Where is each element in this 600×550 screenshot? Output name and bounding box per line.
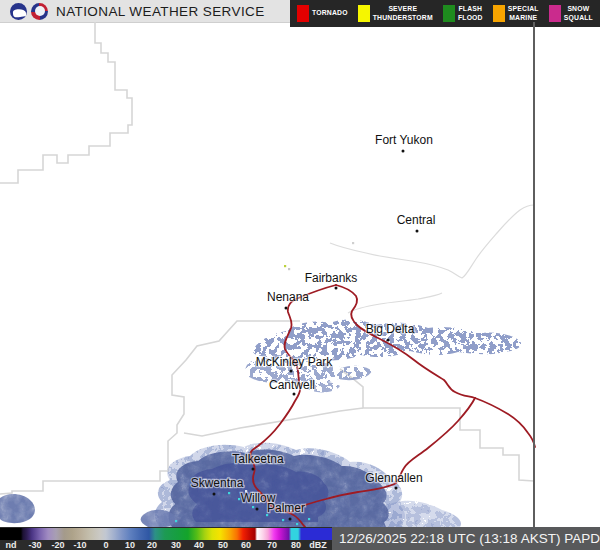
bottom-bar: nd-30-20-1001020304050607080dBZ 12/26/20… (0, 527, 600, 550)
city-dot (395, 487, 398, 490)
city-label: Fairbanks (305, 271, 358, 285)
noaa-logo-icon (10, 3, 27, 20)
radar-speck (228, 492, 230, 494)
zone-boundary (0, 22, 132, 183)
city-dot (335, 287, 338, 290)
radar-speck (296, 523, 298, 525)
highway-line (475, 398, 535, 447)
dbz-scale-label: 30 (171, 540, 181, 550)
legend-label: SNOW SQUALL (564, 5, 593, 21)
legend-swatch (297, 5, 309, 22)
legend-swatch (549, 5, 561, 22)
city-dot (293, 393, 296, 396)
city-dot (289, 518, 292, 521)
legend-label: SEVERE THUNDERSTORM (373, 5, 433, 21)
dbz-scale-label: nd (6, 540, 17, 550)
city-label: Nenana (267, 290, 309, 304)
city-label: Talkeetna (232, 452, 284, 466)
legend-item: SEVERE THUNDERSTORM (358, 5, 433, 22)
city-label: Palmer (267, 501, 305, 515)
legend-item: FLASH FLOOD (443, 5, 483, 22)
dbz-scale-label: 50 (218, 540, 228, 550)
nws-logo-icon (31, 3, 48, 20)
radar-echo-layer (0, 242, 521, 527)
radar-speck (284, 265, 286, 267)
legend-swatch (358, 5, 370, 22)
radar-speck (282, 519, 284, 521)
radar-speck (288, 268, 290, 270)
city-dot (387, 339, 390, 342)
dbz-scale-label: -30 (28, 540, 41, 550)
legend-swatch (493, 5, 505, 22)
dbz-scale-label: -20 (51, 540, 64, 550)
city-dot (252, 468, 255, 471)
city-dot (285, 307, 288, 310)
city-label: Glennallen (365, 471, 422, 485)
radar-speck (463, 345, 465, 347)
dbz-color-scale: nd-30-20-1001020304050607080dBZ (0, 527, 332, 550)
dbz-scale-label: 60 (241, 540, 251, 550)
radar-speck (252, 506, 254, 508)
city-dot (213, 493, 216, 496)
city-dot (416, 230, 419, 233)
logo-group (10, 3, 48, 20)
dbz-scale-label: -10 (73, 540, 86, 550)
city-dot (402, 150, 405, 153)
dbz-scale-label: 70 (267, 540, 277, 550)
legend-label: TORNADO (312, 9, 348, 17)
timestamp-bar: 12/26/2025 22:18 UTC (13:18 AKST) PAPD (332, 527, 600, 550)
city-label: McKinley Park (256, 355, 334, 369)
radar-map-canvas[interactable]: Fort YukonCentralFairbanksNenanaBig Delt… (0, 22, 600, 527)
city-label: Skwentna (191, 476, 244, 490)
radar-speck (308, 518, 310, 520)
radar-echo (380, 501, 461, 527)
dbz-scale-label: 20 (147, 540, 157, 550)
city-label: Fort Yukon (375, 133, 433, 147)
legend-item: SPECIAL MARINE (493, 5, 539, 22)
legend-label: SPECIAL MARINE (508, 5, 539, 21)
agency-title: NATIONAL WEATHER SERVICE (56, 4, 265, 19)
dbz-scale-label: 0 (103, 540, 108, 550)
legend-swatch (443, 5, 455, 22)
legend-item: TORNADO (297, 5, 348, 22)
dbz-scale-label: dBZ (309, 540, 327, 550)
city-dot (290, 370, 293, 373)
city-label: Big Delta (366, 322, 415, 336)
city-label: Central (397, 213, 436, 227)
legend-label: FLASH FLOOD (458, 5, 483, 21)
radar-speck (175, 520, 177, 522)
dbz-scale-label: 10 (125, 540, 135, 550)
dbz-scale-label: 80 (291, 540, 301, 550)
river-line (348, 293, 442, 313)
city-dot (256, 508, 259, 511)
legend-item: SNOW SQUALL (549, 5, 593, 22)
city-label: Cantwell (269, 378, 315, 392)
radar-speck (352, 242, 354, 244)
radar-echo (0, 494, 35, 523)
dbz-gradient-strip (0, 528, 332, 540)
dbz-scale-label: 40 (194, 540, 204, 550)
